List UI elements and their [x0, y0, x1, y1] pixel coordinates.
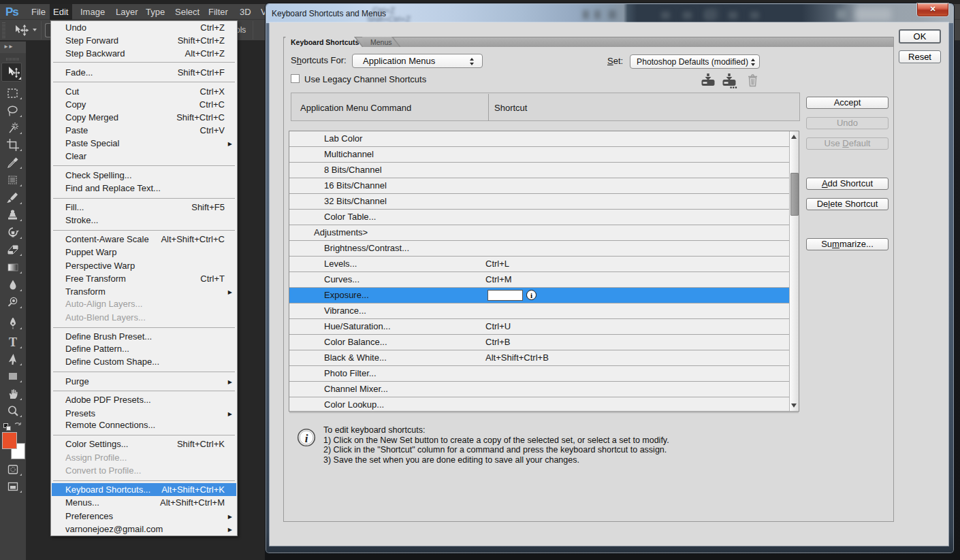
svg-text:i: i — [305, 432, 308, 445]
svg-text:T: T — [9, 335, 17, 349]
